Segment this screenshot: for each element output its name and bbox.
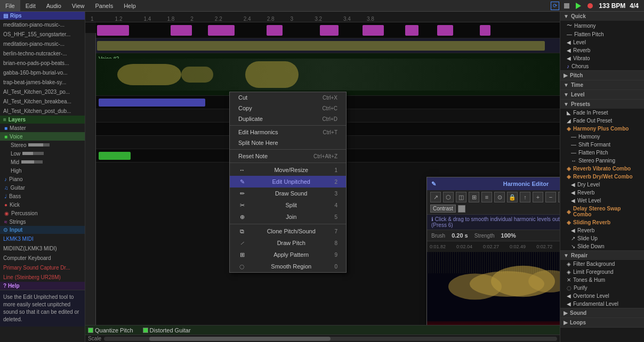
cm-apply-pattern[interactable]: ⊞ Apply Pattern 9 bbox=[230, 249, 346, 260]
clip-2-a[interactable] bbox=[99, 99, 205, 107]
track-item-5[interactable]: gabba-160-bpm-burial-vo... bbox=[0, 68, 85, 77]
piano-item[interactable]: ♪Piano bbox=[0, 175, 85, 183]
track-item-7[interactable]: AI_Test_Kitchen_2023_po... bbox=[0, 87, 85, 96]
menu-audio[interactable]: Audio bbox=[41, 0, 67, 11]
cm-duplicate[interactable]: Duplicate Ctrl+D bbox=[230, 113, 346, 124]
rp-flatten-pitch-p[interactable]: — Flatten Pitch bbox=[560, 149, 644, 157]
harmonic-content[interactable] bbox=[427, 252, 560, 325]
rp-dry-level[interactable]: ◀ Dry Level bbox=[560, 181, 644, 189]
cm-edit-harmonics[interactable]: Edit Harmonics Ctrl+T bbox=[230, 127, 346, 137]
rp-wet-level[interactable]: ◀ Wet Level bbox=[560, 197, 644, 205]
rp-limit-fg[interactable]: ◈ Limit Foreground bbox=[560, 268, 644, 276]
cm-split-note[interactable]: Split Note Here bbox=[230, 137, 346, 148]
layer-voice[interactable]: ■Voice bbox=[0, 132, 85, 141]
voice-content[interactable] bbox=[96, 59, 560, 91]
cm-join[interactable]: ⊕ Join 5 bbox=[230, 211, 346, 223]
clip-0-i[interactable] bbox=[480, 25, 490, 36]
rp-tones[interactable]: ✕ Tones & Hum bbox=[560, 276, 644, 284]
he-tool-lock[interactable]: 🔒 bbox=[507, 192, 518, 202]
cm-copy[interactable]: Copy Ctrl+C bbox=[230, 103, 346, 113]
menu-edit[interactable]: Edit bbox=[20, 0, 41, 11]
cm-draw-sound[interactable]: ✏ Draw Sound 3 bbox=[230, 188, 346, 199]
clip-0-c[interactable] bbox=[208, 25, 235, 36]
cm-draw-pitch[interactable]: ⟋ Draw Pitch 8 bbox=[230, 237, 346, 249]
rp-overtone[interactable]: ◀ Overtone Level bbox=[560, 292, 644, 300]
clip-0-b[interactable] bbox=[171, 25, 192, 36]
cm-reset-note[interactable]: Reset Note Ctrl+Alt+Z bbox=[230, 151, 346, 161]
quick-header[interactable]: ▼ Quick bbox=[560, 12, 644, 21]
menu-help[interactable]: Help bbox=[118, 0, 141, 11]
clip-0-f[interactable] bbox=[363, 25, 384, 36]
he-tool-arrow-l[interactable]: ← bbox=[558, 192, 560, 202]
repair-header[interactable]: ▼ Repair bbox=[560, 251, 644, 260]
layer-master[interactable]: ■Master bbox=[0, 124, 85, 132]
cm-move-resize[interactable]: ↔ Move/Resize 1 bbox=[230, 164, 346, 176]
rp-harmony[interactable]: 〜 Harmony bbox=[560, 21, 644, 30]
rp-reverb-dry[interactable]: ◈ Reverb Dry/Wet Combo bbox=[560, 173, 644, 181]
track-item-4[interactable]: brian-eno-pads-pop-beats... bbox=[0, 58, 85, 68]
rp-reverb-sub[interactable]: ◀ Reverb bbox=[560, 189, 644, 197]
clip-0-a[interactable] bbox=[97, 25, 129, 36]
strings-item[interactable]: ≈Strings bbox=[0, 217, 85, 226]
scale-scrollbar[interactable] bbox=[104, 337, 557, 341]
menu-view[interactable]: View bbox=[67, 0, 90, 11]
rp-stereo-panning[interactable]: ↔ Stereo Panning bbox=[560, 157, 644, 165]
input-3[interactable]: Primary Sound Capture Dr... bbox=[0, 263, 85, 272]
rp-preset-harmony[interactable]: — Harmony bbox=[560, 133, 644, 141]
he-tool-minus[interactable]: − bbox=[545, 192, 556, 202]
context-menu[interactable]: Cut Ctrl+X Copy Ctrl+C Duplicate Ctrl+D … bbox=[229, 92, 347, 273]
rips-header[interactable]: ▤ Rips bbox=[0, 12, 85, 20]
input-header[interactable]: ⊙ Input bbox=[0, 226, 85, 234]
record-btn[interactable] bbox=[586, 2, 594, 10]
loops-header[interactable]: ▶ Loops bbox=[560, 318, 644, 327]
rp-purify[interactable]: ◌ Purify bbox=[560, 284, 644, 292]
qp-checkbox[interactable] bbox=[88, 328, 93, 333]
he-tool-camera[interactable]: ⊙ bbox=[494, 192, 505, 202]
percussion-item[interactable]: ◉Percussion bbox=[0, 209, 85, 217]
scale-thumb[interactable] bbox=[149, 337, 331, 341]
strength-value[interactable]: 100% bbox=[501, 232, 516, 239]
input-0[interactable]: LKMK3 MIDI bbox=[0, 234, 85, 243]
track-item-1[interactable]: OS_HHF_155_songstarter... bbox=[0, 29, 85, 39]
track-item-3[interactable]: berlin-techno-nutcracker-... bbox=[0, 48, 85, 58]
cm-split[interactable]: ✂ Split 4 bbox=[230, 199, 346, 211]
he-tool-select[interactable]: ↗ bbox=[430, 192, 441, 202]
rp-fade-out[interactable]: ◢ Fade Out Preset bbox=[560, 117, 644, 125]
clip-0-g[interactable] bbox=[405, 25, 418, 36]
rp-flatten-pitch[interactable]: — Flatten Pitch bbox=[560, 30, 644, 38]
harmonic-editor-title-bar[interactable]: ✎ Harmonic Editor ✕ bbox=[427, 177, 560, 190]
he-tool-list[interactable]: ≡ bbox=[481, 192, 492, 202]
input-4[interactable]: Line (Steinberg UR28M) bbox=[0, 272, 85, 282]
track-item-2[interactable]: meditation-piano-music-... bbox=[0, 39, 85, 48]
rp-chorus[interactable]: ♪ Chorus bbox=[560, 62, 644, 70]
stop-btn[interactable] bbox=[562, 2, 571, 10]
menu-file[interactable]: File bbox=[0, 0, 20, 11]
rp-fade-in[interactable]: ◣ Fade In Preset bbox=[560, 109, 644, 117]
layer-low[interactable]: Low bbox=[0, 149, 85, 158]
cm-smooth-region[interactable]: ◌ Smooth Region 0 bbox=[230, 260, 346, 272]
input-1[interactable]: MIDIINZ(LKMK3 MIDI) bbox=[0, 243, 85, 253]
rp-reverb-sub2[interactable]: ◀ Reverb bbox=[560, 226, 644, 234]
bass-item[interactable]: ♩Bass bbox=[0, 192, 85, 200]
presets-header[interactable]: ▼ Presets bbox=[560, 100, 644, 109]
rp-harmony-plus-combo[interactable]: ◈ Harmony Plus Combo bbox=[560, 125, 644, 133]
pitch-header[interactable]: ▶ Pitch bbox=[560, 71, 644, 80]
layer-high[interactable]: High bbox=[0, 166, 85, 175]
menu-panels[interactable]: Panels bbox=[90, 0, 119, 11]
play-btn[interactable] bbox=[574, 2, 583, 10]
cm-edit-unpitched[interactable]: ✎ Edit Unpitched 2 bbox=[230, 176, 346, 188]
rp-reverb-vib[interactable]: ◈ Reverb Vibrato Combo bbox=[560, 165, 644, 173]
rp-shift-formant[interactable]: — Shift Formant bbox=[560, 141, 644, 149]
track-item-6[interactable]: trap-beat-james-blake-sy... bbox=[0, 77, 85, 87]
track-item-8[interactable]: AI_Test_Kitchen_breakbea... bbox=[0, 96, 85, 106]
clip-1-a[interactable] bbox=[97, 41, 545, 51]
clip-0-d[interactable] bbox=[267, 25, 283, 36]
he-tool-plus[interactable]: + bbox=[533, 192, 543, 202]
guitar-item[interactable]: ♫Guitar bbox=[0, 183, 85, 192]
brush-value[interactable]: 0.20 s bbox=[452, 232, 468, 239]
layers-header[interactable]: ≡ Layers bbox=[0, 116, 85, 124]
layer-mid[interactable]: Mid bbox=[0, 158, 85, 166]
rp-filter-bg[interactable]: ◈ Filter Background bbox=[560, 260, 644, 268]
he-color-swatch[interactable] bbox=[458, 205, 465, 213]
time-header[interactable]: ▼ Time bbox=[560, 80, 644, 89]
